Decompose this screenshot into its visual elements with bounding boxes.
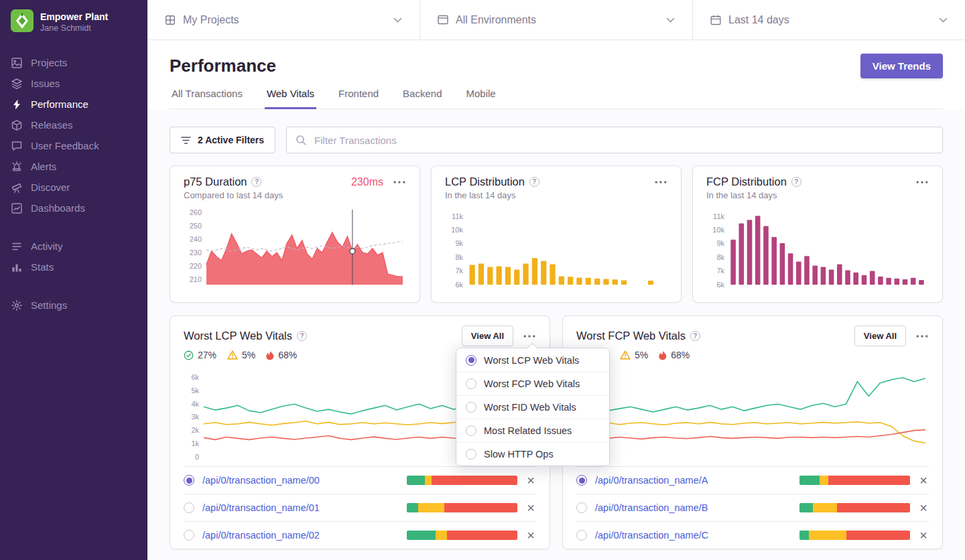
sidebar-item-discover[interactable]: Discover — [0, 177, 147, 198]
help-icon[interactable]: ? — [297, 331, 307, 341]
svg-text:6k: 6k — [455, 281, 463, 289]
menu-item-slow-http-ops[interactable]: Slow HTTP Ops — [456, 442, 609, 466]
menu-item-worst-lcp-web-vitals[interactable]: Worst LCP Web Vitals — [456, 348, 609, 372]
transaction-link[interactable]: /api/0/transaction_name/02 — [202, 530, 320, 541]
vital-stat-value: 5% — [635, 350, 648, 360]
close-icon[interactable]: × — [527, 474, 535, 487]
radio-button[interactable] — [184, 530, 194, 541]
transaction-row[interactable]: /api/0/transaction_name/01× — [184, 494, 536, 521]
svg-text:7k: 7k — [716, 267, 724, 275]
filter-transactions-input[interactable] — [313, 134, 934, 147]
sidebar-item-performance[interactable]: Performance — [0, 94, 147, 115]
sidebar-item-dashboards[interactable]: Dashboards — [0, 198, 147, 218]
org-switcher[interactable]: Empower Plant Jane Schmidt — [0, 0, 147, 44]
more-options-icon[interactable] — [393, 179, 406, 186]
radio-button[interactable] — [184, 502, 194, 513]
close-icon[interactable]: × — [527, 529, 535, 542]
menu-item-most-related-issues[interactable]: Most Related Issues — [456, 419, 609, 442]
close-icon[interactable]: × — [527, 501, 535, 514]
transaction-link[interactable]: /api/0/transaction_name/C — [595, 530, 708, 541]
close-icon[interactable]: × — [919, 474, 927, 487]
sidebar-item-stats[interactable]: Stats — [0, 257, 147, 277]
sidebar-item-alerts[interactable]: Alerts — [0, 156, 147, 177]
more-options-icon[interactable] — [915, 179, 929, 186]
my-projects-selector[interactable]: My Projects — [147, 0, 420, 40]
help-icon[interactable]: ? — [529, 177, 539, 187]
menu-item-worst-fcp-web-vitals[interactable]: Worst FCP Web Vitals — [456, 372, 609, 395]
sidebar-item-settings[interactable]: Settings — [0, 295, 147, 316]
radio-button[interactable] — [576, 475, 587, 486]
sidebar-item-user-feedback[interactable]: User Feedback — [0, 135, 147, 156]
search-box[interactable] — [286, 127, 943, 153]
radio-button[interactable] — [466, 378, 476, 389]
radio-button[interactable] — [576, 502, 587, 513]
transaction-link[interactable]: /api/0/transaction_name/B — [595, 502, 708, 513]
sidebar-item-label: Dashboards — [31, 202, 85, 214]
vital-stat-value: 27% — [198, 350, 216, 360]
more-options-icon[interactable] — [654, 179, 667, 186]
alerts-icon — [11, 161, 23, 173]
help-icon[interactable]: ? — [791, 177, 801, 187]
close-icon[interactable]: × — [919, 501, 927, 514]
svg-text:11k: 11k — [452, 212, 463, 220]
vitals-distribution-bar — [799, 476, 910, 485]
selector-label: Last 14 days — [728, 14, 789, 26]
card-subtitle: In the last 14 days — [706, 190, 929, 200]
radio-button[interactable] — [466, 425, 476, 436]
tab-mobile[interactable]: Mobile — [464, 88, 497, 109]
transaction-row[interactable]: /api/0/transaction_name/02× — [184, 521, 536, 549]
view-trends-button[interactable]: View Trends — [860, 54, 943, 78]
active-filters-button[interactable]: 2 Active Filters — [170, 127, 275, 153]
sidebar-item-projects[interactable]: Projects — [0, 52, 147, 73]
summary-cards-row: p75 Duration ? 230ms Compared to last 14… — [170, 165, 943, 303]
app-root: Empower Plant Jane Schmidt ProjectsIssue… — [0, 0, 965, 560]
search-icon — [296, 135, 306, 145]
radio-button[interactable] — [466, 402, 476, 413]
radio-button[interactable] — [184, 475, 194, 486]
radio-button[interactable] — [466, 355, 476, 366]
p75-value: 230ms — [351, 176, 383, 188]
sidebar-item-label: Stats — [31, 261, 54, 273]
tab-web-vitals[interactable]: Web Vitals — [265, 88, 316, 109]
selector-label: My Projects — [183, 14, 239, 26]
transaction-row[interactable]: /api/0/transaction_name/A× — [576, 466, 929, 494]
sidebar-item-label: Activity — [31, 240, 63, 252]
card-subtitle: In the last 14 days — [445, 190, 667, 200]
view-all-button[interactable]: View All — [462, 326, 513, 346]
worst-fcp-chart: 6k5k4k3k2k1k0 — [576, 366, 929, 461]
more-options-icon[interactable] — [523, 333, 536, 340]
tab-all-transactions[interactable]: All Transactions — [170, 88, 245, 109]
sidebar-item-releases[interactable]: Releases — [0, 115, 147, 135]
sidebar-item-label: Projects — [31, 57, 67, 68]
card-title: FCP Distribution — [706, 176, 787, 188]
transaction-link[interactable]: /api/0/transaction_name/A — [595, 475, 708, 486]
sidebar-item-activity[interactable]: Activity — [0, 236, 147, 257]
radio-button[interactable] — [576, 530, 587, 541]
transaction-row[interactable]: /api/0/transaction_name/00× — [184, 466, 536, 494]
transaction-row[interactable]: /api/0/transaction_name/B× — [576, 494, 929, 521]
lcp-distribution-card: LCP Distribution ? In the last 14 days 1… — [431, 165, 682, 303]
svg-text:8k: 8k — [716, 253, 724, 261]
transaction-link[interactable]: /api/0/transaction_name/00 — [202, 475, 320, 486]
stats-icon — [11, 261, 23, 273]
vital-stat: 27% — [184, 350, 216, 360]
more-options-icon[interactable] — [915, 333, 929, 340]
last-14-days-selector[interactable]: Last 14 days — [692, 0, 965, 40]
svg-text:6k: 6k — [716, 281, 724, 289]
menu-item-worst-fid-web-vitals[interactable]: Worst FID Web Vitals — [456, 395, 609, 419]
tab-frontend[interactable]: Frontend — [336, 88, 381, 109]
sidebar-item-label: User Feedback — [31, 140, 99, 151]
close-icon[interactable]: × — [919, 529, 927, 542]
transaction-link[interactable]: /api/0/transaction_name/01 — [202, 502, 320, 513]
sidebar-item-issues[interactable]: Issues — [0, 73, 147, 94]
vital-stat: 68% — [659, 350, 690, 360]
all-environments-selector[interactable]: All Environments — [420, 0, 692, 40]
view-all-button[interactable]: View All — [854, 326, 906, 346]
radio-button[interactable] — [466, 449, 476, 460]
svg-text:4k: 4k — [191, 400, 199, 408]
help-icon[interactable]: ? — [251, 177, 261, 187]
transaction-row[interactable]: /api/0/transaction_name/C× — [576, 521, 929, 549]
tab-backend[interactable]: Backend — [401, 88, 444, 109]
vital-stat-value: 5% — [242, 350, 255, 360]
help-icon[interactable]: ? — [690, 331, 700, 341]
